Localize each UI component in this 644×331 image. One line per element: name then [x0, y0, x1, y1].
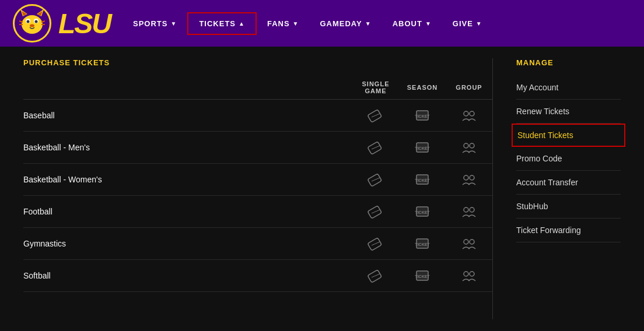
svg-point-37	[464, 207, 468, 212]
svg-point-44	[470, 240, 474, 244]
svg-point-38	[470, 207, 474, 212]
tiger-logo	[12, 3, 52, 44]
nav-sports[interactable]: SPORTS ▼	[123, 13, 187, 34]
main-nav: SPORTS ▼ TICKETS ▲ FANS ▼ GAMEDAY ▼ ABOU…	[123, 12, 632, 35]
manage-link-stubhub[interactable]: StubHub	[516, 195, 621, 219]
purchase-section: PURCHASE TICKETS SINGLE GAME SEASON GROU…	[23, 58, 492, 319]
svg-point-9	[35, 20, 38, 23]
manage-link-my-account[interactable]: My Account	[516, 76, 621, 100]
bball-mens-season-icon[interactable]: TICKET	[399, 139, 446, 156]
svg-line-40	[372, 242, 380, 245]
nav-fans[interactable]: FANS ▼	[257, 13, 310, 34]
nav-give[interactable]: GIVE ▼	[442, 13, 493, 34]
svg-point-43	[464, 240, 468, 244]
svg-line-34	[372, 210, 380, 213]
svg-point-32	[470, 175, 474, 180]
football-single-icon[interactable]	[352, 203, 399, 220]
sport-name-football: Football	[23, 207, 352, 216]
sport-name-baseball: Baseball	[23, 111, 352, 120]
bball-mens-group-icon[interactable]	[446, 139, 492, 156]
sports-table: SINGLE GAME SEASON GROUP Baseball TICKET	[23, 76, 492, 292]
svg-point-19	[464, 111, 468, 116]
svg-line-46	[372, 274, 380, 277]
col-group: GROUP	[446, 84, 492, 91]
nav-about[interactable]: ABOUT ▼	[382, 13, 442, 34]
softball-single-icon[interactable]	[352, 267, 399, 284]
bball-womens-season-icon[interactable]: TICKET	[399, 171, 446, 188]
svg-line-22	[372, 146, 380, 149]
sport-name-softball: Softball	[23, 271, 352, 280]
purchase-title: PURCHASE TICKETS	[23, 58, 492, 67]
sport-row-basketball-mens[interactable]: Basketball - Men's TICKET	[23, 132, 492, 164]
svg-text:TICKET: TICKET	[415, 178, 430, 182]
softball-group-icon[interactable]	[446, 267, 492, 284]
svg-point-20	[470, 111, 474, 116]
sport-name-basketball-mens: Basketball - Men's	[23, 143, 352, 152]
svg-text:TICKET: TICKET	[415, 242, 430, 247]
gymnastics-season-icon[interactable]: TICKET	[399, 235, 446, 252]
svg-point-26	[470, 143, 474, 148]
manage-links-list: My Account Renew Tickets Student Tickets…	[516, 76, 621, 242]
sport-row-softball[interactable]: Softball TICKET	[23, 260, 492, 292]
svg-text:TICKET: TICKET	[415, 274, 430, 279]
gymnastics-single-icon[interactable]	[352, 235, 399, 252]
nav-gameday[interactable]: GAMEDAY ▼	[309, 13, 382, 34]
svg-point-10	[30, 24, 34, 27]
chevron-up-icon: ▲	[239, 20, 245, 27]
svg-line-28	[372, 178, 380, 181]
col-single-game: SINGLE GAME	[352, 80, 399, 94]
svg-text:TICKET: TICKET	[415, 114, 430, 118]
sport-name-gymnastics: Gymnastics	[23, 239, 352, 248]
sports-table-header: SINGLE GAME SEASON GROUP	[23, 76, 492, 100]
manage-title: MANAGE	[516, 58, 621, 67]
baseball-group-icon[interactable]	[446, 107, 492, 124]
chevron-down-icon: ▼	[365, 20, 372, 27]
manage-link-renew-tickets[interactable]: Renew Tickets	[516, 100, 621, 124]
col-season: SEASON	[399, 84, 446, 91]
chevron-down-icon: ▼	[170, 20, 177, 27]
sport-row-football[interactable]: Football TICKET	[23, 196, 492, 228]
chevron-down-icon: ▼	[476, 20, 482, 27]
softball-season-icon[interactable]: TICKET	[399, 267, 446, 284]
site-header: LSU SPORTS ▼ TICKETS ▲ FANS ▼ GAMEDAY ▼ …	[0, 0, 644, 47]
chevron-down-icon: ▼	[425, 20, 432, 27]
manage-link-promo-code[interactable]: Promo Code	[516, 147, 621, 171]
manage-link-account-transfer[interactable]: Account Transfer	[516, 171, 621, 195]
manage-link-student-tickets[interactable]: Student Tickets	[512, 124, 625, 147]
sport-row-baseball[interactable]: Baseball TICKET	[23, 100, 492, 132]
logo-container[interactable]: LSU	[12, 3, 111, 44]
baseball-single-icon[interactable]	[352, 107, 399, 124]
bball-womens-group-icon[interactable]	[446, 171, 492, 188]
manage-section: MANAGE My Account Renew Tickets Student …	[492, 58, 621, 319]
bball-mens-single-icon[interactable]	[352, 139, 399, 156]
bball-womens-single-icon[interactable]	[352, 171, 399, 188]
nav-tickets[interactable]: TICKETS ▲	[187, 12, 257, 35]
svg-point-8	[27, 20, 30, 23]
lsu-wordmark: LSU	[58, 8, 111, 40]
sport-name-basketball-womens: Basketball - Women's	[23, 175, 352, 184]
svg-point-50	[470, 272, 474, 276]
svg-point-31	[464, 175, 468, 180]
tickets-dropdown: PURCHASE TICKETS SINGLE GAME SEASON GROU…	[0, 47, 644, 331]
sport-row-basketball-womens[interactable]: Basketball - Women's TICKET	[23, 164, 492, 196]
svg-text:TICKET: TICKET	[415, 146, 430, 150]
svg-line-16	[372, 114, 380, 117]
chevron-down-icon: ▼	[293, 20, 299, 27]
gymnastics-group-icon[interactable]	[446, 235, 492, 252]
football-group-icon[interactable]	[446, 203, 492, 220]
sport-row-gymnastics[interactable]: Gymnastics TICKET	[23, 228, 492, 260]
manage-link-ticket-forwarding[interactable]: Ticket Forwarding	[516, 219, 621, 242]
svg-point-25	[464, 143, 468, 148]
svg-point-49	[464, 272, 468, 276]
baseball-season-icon[interactable]: TICKET	[399, 107, 446, 124]
svg-text:TICKET: TICKET	[415, 210, 430, 214]
football-season-icon[interactable]: TICKET	[399, 203, 446, 220]
